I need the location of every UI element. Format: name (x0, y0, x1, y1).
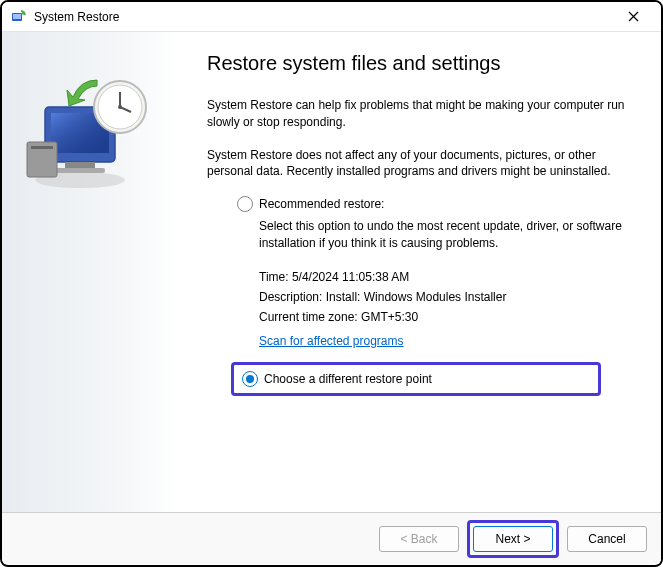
back-button: < Back (379, 526, 459, 552)
system-restore-icon (10, 9, 26, 25)
radio-different[interactable] (242, 371, 258, 387)
recommended-label: Recommended restore: (259, 197, 384, 211)
recommended-restore-option[interactable]: Recommended restore: (237, 196, 631, 212)
page-heading: Restore system files and settings (207, 52, 631, 75)
restore-details: Time: 5/4/2024 11:05:38 AM Description: … (259, 270, 631, 324)
intro-paragraph-2: System Restore does not affect any of yo… (207, 147, 631, 181)
svg-rect-7 (55, 168, 105, 173)
svg-point-14 (118, 105, 122, 109)
recommended-description: Select this option to undo the most rece… (259, 218, 631, 252)
next-button[interactable]: Next > (473, 526, 553, 552)
window-title: System Restore (34, 10, 613, 24)
footer: < Back Next > Cancel (2, 512, 661, 564)
radio-recommended[interactable] (237, 196, 253, 212)
intro-paragraph-1: System Restore can help fix problems tha… (207, 97, 631, 131)
detail-description: Description: Install: Windows Modules In… (259, 290, 631, 304)
svg-rect-9 (31, 146, 53, 149)
content-area: Restore system files and settings System… (2, 32, 661, 512)
different-label: Choose a different restore point (264, 372, 432, 386)
detail-timezone: Current time zone: GMT+5:30 (259, 310, 631, 324)
detail-time: Time: 5/4/2024 11:05:38 AM (259, 270, 631, 284)
svg-rect-6 (65, 162, 95, 168)
titlebar: System Restore (2, 2, 661, 32)
highlight-next: Next > (467, 520, 559, 558)
highlight-different-point: Choose a different restore point (231, 362, 601, 396)
svg-rect-1 (13, 14, 21, 19)
restore-options: Recommended restore: Select this option … (237, 196, 631, 396)
scan-affected-programs-link[interactable]: Scan for affected programs (259, 334, 404, 348)
main-content: Restore system files and settings System… (177, 32, 661, 512)
different-restore-option[interactable]: Choose a different restore point (242, 371, 590, 387)
restore-illustration (25, 72, 155, 195)
sidebar (2, 32, 177, 512)
close-button[interactable] (613, 2, 653, 32)
cancel-button[interactable]: Cancel (567, 526, 647, 552)
